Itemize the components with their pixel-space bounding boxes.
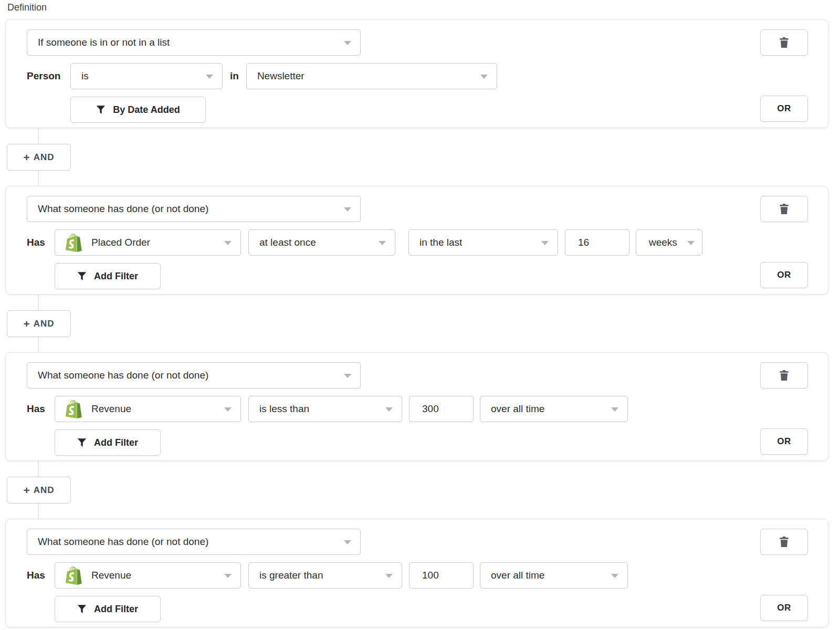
condition-builder: If someone is in or not in a list Person… xyxy=(5,19,828,627)
delete-condition-button[interactable] xyxy=(760,529,808,555)
or-button[interactable]: OR xyxy=(760,595,808,621)
plus-icon: + xyxy=(23,318,29,329)
add-and-condition-button[interactable]: + AND xyxy=(7,477,71,503)
list-select[interactable]: Newsletter xyxy=(246,63,497,89)
frequency-select[interactable]: at least once xyxy=(248,229,395,256)
delete-condition-button[interactable] xyxy=(760,29,808,56)
delete-condition-button[interactable] xyxy=(760,362,808,388)
condition-type-select[interactable]: What someone has done (or not done) xyxy=(27,362,361,388)
add-and-condition-button[interactable]: + AND xyxy=(7,310,71,337)
amount-input[interactable] xyxy=(409,396,474,422)
card-main: What someone has done (or not done) Has … xyxy=(27,529,760,621)
condition-type-select[interactable]: What someone has done (or not done) xyxy=(27,196,361,222)
filter-funnel-icon xyxy=(77,271,87,281)
card-side-actions: OR xyxy=(760,196,808,288)
time-unit-value: weeks xyxy=(649,237,677,248)
timeframe-select[interactable]: over all time xyxy=(480,396,628,422)
metric-select[interactable]: Placed Order xyxy=(55,229,241,256)
trash-icon xyxy=(779,370,789,381)
trash-icon xyxy=(779,204,789,215)
metric-value: Placed Order xyxy=(91,237,150,248)
trash-icon xyxy=(779,537,789,548)
condition-card-revenue-less: What someone has done (or not done) Has … xyxy=(5,352,828,461)
chevron-down-icon xyxy=(385,574,393,578)
has-label: Has xyxy=(27,403,48,415)
condition-type-select[interactable]: What someone has done (or not done) xyxy=(27,529,361,555)
operator-value: is less than xyxy=(259,403,309,415)
add-filter-label: Add Filter xyxy=(94,437,138,448)
timeframe-value-input[interactable] xyxy=(565,229,629,256)
card-main: What someone has done (or not done) Has … xyxy=(27,196,760,288)
condition-card-placed-order: What someone has done (or not done) Has … xyxy=(5,186,828,295)
card-side-actions: OR xyxy=(760,529,808,621)
condition-type-select[interactable]: If someone is in or not in a list xyxy=(27,29,361,56)
add-filter-button[interactable]: Add Filter xyxy=(55,596,161,622)
trash-icon xyxy=(779,37,789,48)
chevron-down-icon xyxy=(224,241,232,245)
or-button[interactable]: OR xyxy=(760,96,808,122)
operator-value: is greater than xyxy=(259,570,323,581)
list-value: Newsletter xyxy=(257,70,304,82)
condition-type-row: What someone has done (or not done) xyxy=(27,196,760,222)
chevron-down-icon xyxy=(611,574,618,578)
chevron-down-icon xyxy=(344,374,351,378)
chevron-down-icon xyxy=(379,241,386,245)
chevron-down-icon xyxy=(344,207,351,212)
or-button[interactable]: OR xyxy=(760,262,808,288)
condition-type-row: What someone has done (or not done) xyxy=(27,529,760,555)
person-condition-row: Person is in Newsletter xyxy=(27,63,760,89)
chevron-down-icon xyxy=(344,540,351,544)
filter-row: Add Filter xyxy=(55,596,760,622)
timeframe-select[interactable]: in the last xyxy=(408,229,558,256)
or-button[interactable]: OR xyxy=(760,428,808,455)
add-filter-button[interactable]: Add Filter xyxy=(55,429,161,456)
metric-value: Revenue xyxy=(91,403,131,415)
card-side-actions: OR xyxy=(760,362,808,455)
filter-funnel-icon xyxy=(96,105,106,114)
timeframe-value: in the last xyxy=(419,237,462,248)
by-date-added-label: By Date Added xyxy=(113,104,180,116)
delete-condition-button[interactable] xyxy=(760,196,808,222)
operator-select[interactable]: is less than xyxy=(248,396,402,422)
condition-type-value: What someone has done (or not done) xyxy=(38,203,208,215)
page-title: Definition xyxy=(7,2,840,13)
has-label: Has xyxy=(27,237,48,248)
chevron-down-icon xyxy=(206,75,213,79)
shopify-icon xyxy=(66,566,82,585)
frequency-value: at least once xyxy=(259,237,316,248)
chevron-down-icon xyxy=(385,407,393,412)
behavior-condition-row: Has Placed Order at least once in the la… xyxy=(27,229,760,256)
by-date-added-button[interactable]: By Date Added xyxy=(70,97,206,123)
amount-input[interactable] xyxy=(409,562,474,589)
condition-card-revenue-greater: What someone has done (or not done) Has … xyxy=(5,519,828,627)
plus-icon: + xyxy=(23,485,29,496)
shopify-icon xyxy=(66,234,82,252)
filter-funnel-icon xyxy=(77,604,87,614)
and-label: AND xyxy=(34,319,55,329)
in-label: in xyxy=(230,70,239,82)
filter-row: By Date Added xyxy=(70,97,760,123)
add-and-condition-button[interactable]: + AND xyxy=(7,144,71,171)
metric-select[interactable]: Revenue xyxy=(55,396,241,422)
is-or-not-value: is xyxy=(81,70,89,82)
timeframe-select[interactable]: over all time xyxy=(480,562,628,589)
person-label: Person xyxy=(27,70,64,82)
is-or-not-select[interactable]: is xyxy=(70,63,223,89)
chevron-down-icon xyxy=(541,241,549,245)
chevron-down-icon xyxy=(224,574,232,578)
chevron-down-icon xyxy=(611,407,618,412)
behavior-condition-row: Has Revenue is less than over all time xyxy=(27,396,760,422)
time-unit-select[interactable]: weeks xyxy=(636,229,702,256)
metric-select[interactable]: Revenue xyxy=(55,562,241,589)
card-main: If someone is in or not in a list Person… xyxy=(27,29,760,122)
segment-definition-page: Definition If someone is in or not in a … xyxy=(0,0,840,630)
has-label: Has xyxy=(27,570,48,581)
operator-select[interactable]: is greater than xyxy=(248,562,402,589)
shopify-icon xyxy=(66,400,82,418)
timeframe-value: over all time xyxy=(491,570,544,581)
add-filter-button[interactable]: Add Filter xyxy=(55,263,161,289)
behavior-condition-row: Has Revenue is greater than over all tim… xyxy=(27,562,760,589)
chevron-down-icon xyxy=(687,241,695,245)
card-main: What someone has done (or not done) Has … xyxy=(27,362,760,455)
chevron-down-icon xyxy=(224,407,232,412)
